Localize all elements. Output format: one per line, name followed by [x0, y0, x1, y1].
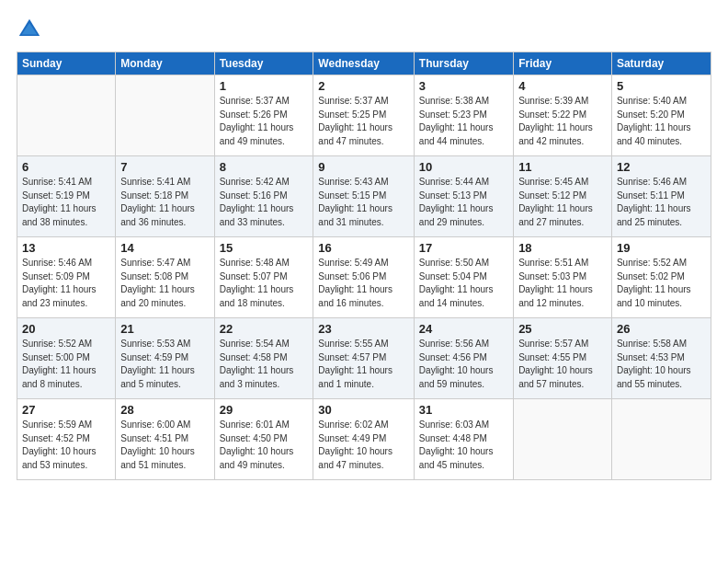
day-number: 14: [120, 241, 209, 255]
day-info: Sunrise: 5:57 AM Sunset: 4:55 PM Dayligh…: [518, 338, 607, 391]
calendar-cell: 15Sunrise: 5:48 AM Sunset: 5:07 PM Dayli…: [214, 237, 313, 318]
calendar-header-tuesday: Tuesday: [214, 52, 313, 75]
calendar-cell: 19Sunrise: 5:52 AM Sunset: 5:02 PM Dayli…: [611, 237, 711, 318]
calendar-cell: 22Sunrise: 5:54 AM Sunset: 4:58 PM Dayli…: [214, 318, 313, 399]
calendar-week-row: 20Sunrise: 5:52 AM Sunset: 5:00 PM Dayli…: [17, 318, 711, 399]
calendar-cell: 4Sunrise: 5:39 AM Sunset: 5:22 PM Daylig…: [514, 75, 612, 156]
day-number: 19: [617, 241, 706, 255]
day-number: 8: [220, 160, 309, 174]
calendar-cell: [514, 399, 612, 480]
day-info: Sunrise: 5:46 AM Sunset: 5:11 PM Dayligh…: [617, 176, 706, 229]
day-info: Sunrise: 6:03 AM Sunset: 4:48 PM Dayligh…: [419, 419, 508, 472]
calendar-cell: 5Sunrise: 5:40 AM Sunset: 5:20 PM Daylig…: [611, 75, 711, 156]
day-info: Sunrise: 5:51 AM Sunset: 5:03 PM Dayligh…: [518, 257, 607, 310]
day-number: 17: [419, 241, 508, 255]
calendar-cell: 28Sunrise: 6:00 AM Sunset: 4:51 PM Dayli…: [116, 399, 214, 480]
day-number: 7: [120, 160, 209, 174]
day-info: Sunrise: 5:53 AM Sunset: 4:59 PM Dayligh…: [120, 338, 209, 391]
day-number: 2: [318, 79, 409, 93]
day-number: 29: [220, 403, 309, 417]
day-info: Sunrise: 5:48 AM Sunset: 5:07 PM Dayligh…: [220, 257, 309, 310]
day-number: 30: [318, 403, 409, 417]
day-number: 26: [617, 322, 706, 336]
calendar-week-row: 6Sunrise: 5:41 AM Sunset: 5:19 PM Daylig…: [17, 156, 711, 237]
calendar-cell: 12Sunrise: 5:46 AM Sunset: 5:11 PM Dayli…: [611, 156, 711, 237]
calendar-cell: 18Sunrise: 5:51 AM Sunset: 5:03 PM Dayli…: [514, 237, 612, 318]
day-info: Sunrise: 5:55 AM Sunset: 4:57 PM Dayligh…: [318, 338, 409, 391]
day-number: 6: [22, 160, 110, 174]
calendar-header-thursday: Thursday: [414, 52, 513, 75]
day-info: Sunrise: 5:56 AM Sunset: 4:56 PM Dayligh…: [419, 338, 508, 391]
day-number: 18: [518, 241, 607, 255]
day-info: Sunrise: 5:37 AM Sunset: 5:26 PM Dayligh…: [220, 95, 309, 148]
day-number: 1: [220, 79, 309, 93]
calendar-header-wednesday: Wednesday: [313, 52, 415, 75]
calendar-cell: 21Sunrise: 5:53 AM Sunset: 4:59 PM Dayli…: [116, 318, 214, 399]
calendar-cell: 8Sunrise: 5:42 AM Sunset: 5:16 PM Daylig…: [214, 156, 313, 237]
day-number: 4: [518, 79, 607, 93]
logo-icon: [17, 17, 42, 42]
day-number: 15: [220, 241, 309, 255]
day-number: 20: [22, 322, 110, 336]
calendar-cell: [17, 75, 116, 156]
calendar-cell: 20Sunrise: 5:52 AM Sunset: 5:00 PM Dayli…: [17, 318, 116, 399]
day-info: Sunrise: 5:52 AM Sunset: 5:00 PM Dayligh…: [22, 338, 110, 391]
day-info: Sunrise: 5:45 AM Sunset: 5:12 PM Dayligh…: [518, 176, 607, 229]
calendar-cell: 30Sunrise: 6:02 AM Sunset: 4:49 PM Dayli…: [313, 399, 415, 480]
day-info: Sunrise: 6:01 AM Sunset: 4:50 PM Dayligh…: [220, 419, 309, 472]
day-info: Sunrise: 6:00 AM Sunset: 4:51 PM Dayligh…: [120, 419, 209, 472]
calendar-cell: 9Sunrise: 5:43 AM Sunset: 5:15 PM Daylig…: [313, 156, 415, 237]
day-info: Sunrise: 5:50 AM Sunset: 5:04 PM Dayligh…: [419, 257, 508, 310]
day-number: 21: [120, 322, 209, 336]
calendar-header-friday: Friday: [514, 52, 612, 75]
calendar-cell: 1Sunrise: 5:37 AM Sunset: 5:26 PM Daylig…: [214, 75, 313, 156]
calendar-cell: 6Sunrise: 5:41 AM Sunset: 5:19 PM Daylig…: [17, 156, 116, 237]
day-number: 25: [518, 322, 607, 336]
day-number: 16: [318, 241, 409, 255]
day-number: 12: [617, 160, 706, 174]
day-info: Sunrise: 5:49 AM Sunset: 5:06 PM Dayligh…: [318, 257, 409, 310]
day-number: 9: [318, 160, 409, 174]
day-info: Sunrise: 5:59 AM Sunset: 4:52 PM Dayligh…: [22, 419, 110, 472]
calendar-header-saturday: Saturday: [611, 52, 711, 75]
logo: [17, 17, 44, 42]
day-info: Sunrise: 5:46 AM Sunset: 5:09 PM Dayligh…: [22, 257, 110, 310]
calendar-cell: 24Sunrise: 5:56 AM Sunset: 4:56 PM Dayli…: [414, 318, 513, 399]
header: [17, 17, 711, 42]
day-info: Sunrise: 5:38 AM Sunset: 5:23 PM Dayligh…: [419, 95, 508, 148]
calendar-cell: 7Sunrise: 5:41 AM Sunset: 5:18 PM Daylig…: [116, 156, 214, 237]
calendar-cell: 14Sunrise: 5:47 AM Sunset: 5:08 PM Dayli…: [116, 237, 214, 318]
day-info: Sunrise: 5:54 AM Sunset: 4:58 PM Dayligh…: [220, 338, 309, 391]
day-info: Sunrise: 5:41 AM Sunset: 5:19 PM Dayligh…: [22, 176, 110, 229]
day-number: 22: [220, 322, 309, 336]
calendar-cell: 27Sunrise: 5:59 AM Sunset: 4:52 PM Dayli…: [17, 399, 116, 480]
calendar-week-row: 13Sunrise: 5:46 AM Sunset: 5:09 PM Dayli…: [17, 237, 711, 318]
calendar-cell: 11Sunrise: 5:45 AM Sunset: 5:12 PM Dayli…: [514, 156, 612, 237]
day-info: Sunrise: 5:39 AM Sunset: 5:22 PM Dayligh…: [518, 95, 607, 148]
day-info: Sunrise: 5:58 AM Sunset: 4:53 PM Dayligh…: [617, 338, 706, 391]
calendar-cell: 16Sunrise: 5:49 AM Sunset: 5:06 PM Dayli…: [313, 237, 415, 318]
calendar-table: SundayMondayTuesdayWednesdayThursdayFrid…: [17, 52, 711, 480]
day-info: Sunrise: 5:41 AM Sunset: 5:18 PM Dayligh…: [120, 176, 209, 229]
calendar-cell: 23Sunrise: 5:55 AM Sunset: 4:57 PM Dayli…: [313, 318, 415, 399]
day-info: Sunrise: 5:52 AM Sunset: 5:02 PM Dayligh…: [617, 257, 706, 310]
day-number: 5: [617, 79, 706, 93]
day-number: 27: [22, 403, 110, 417]
day-info: Sunrise: 5:40 AM Sunset: 5:20 PM Dayligh…: [617, 95, 706, 148]
day-info: Sunrise: 5:47 AM Sunset: 5:08 PM Dayligh…: [120, 257, 209, 310]
calendar-cell: 31Sunrise: 6:03 AM Sunset: 4:48 PM Dayli…: [414, 399, 513, 480]
day-info: Sunrise: 5:43 AM Sunset: 5:15 PM Dayligh…: [318, 176, 409, 229]
calendar-cell: 26Sunrise: 5:58 AM Sunset: 4:53 PM Dayli…: [611, 318, 711, 399]
calendar-week-row: 27Sunrise: 5:59 AM Sunset: 4:52 PM Dayli…: [17, 399, 711, 480]
day-info: Sunrise: 5:42 AM Sunset: 5:16 PM Dayligh…: [220, 176, 309, 229]
calendar-cell: 29Sunrise: 6:01 AM Sunset: 4:50 PM Dayli…: [214, 399, 313, 480]
page: SundayMondayTuesdayWednesdayThursdayFrid…: [0, 0, 728, 563]
day-info: Sunrise: 6:02 AM Sunset: 4:49 PM Dayligh…: [318, 419, 409, 472]
day-number: 10: [419, 160, 508, 174]
day-number: 13: [22, 241, 110, 255]
day-number: 28: [120, 403, 209, 417]
day-number: 23: [318, 322, 409, 336]
calendar-cell: [116, 75, 214, 156]
calendar-header-monday: Monday: [116, 52, 214, 75]
calendar-week-row: 1Sunrise: 5:37 AM Sunset: 5:26 PM Daylig…: [17, 75, 711, 156]
